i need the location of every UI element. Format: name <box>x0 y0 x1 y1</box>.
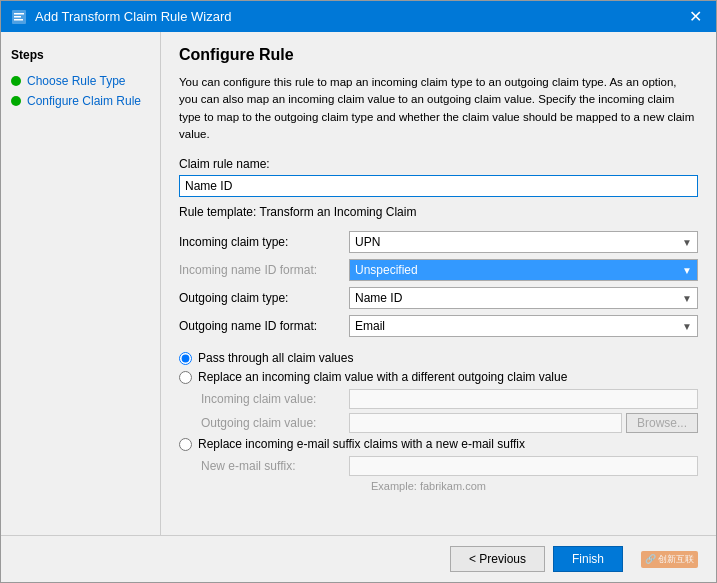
radio-replace-suffix-item: Replace incoming e-mail suffix claims wi… <box>179 437 698 451</box>
watermark-text: 创新互联 <box>658 553 694 566</box>
replace-value-fields: Incoming claim value: Outgoing claim val… <box>201 389 698 433</box>
outgoing-name-id-format-label: Outgoing name ID format: <box>179 319 349 333</box>
outgoing-claim-type-label: Outgoing claim type: <box>179 291 349 305</box>
radio-replace-value[interactable] <box>179 371 192 384</box>
outgoing-claim-type-row: Outgoing claim type: Name ID ▼ <box>179 287 698 309</box>
radio-replace-suffix-label: Replace incoming e-mail suffix claims wi… <box>198 437 525 451</box>
main-content: Configure Rule You can configure this ru… <box>161 32 716 535</box>
claim-rule-name-label: Claim rule name: <box>179 157 698 171</box>
outgoing-name-id-format-row: Outgoing name ID format: Email ▼ <box>179 315 698 337</box>
incoming-claim-type-row: Incoming claim type: UPN ▼ <box>179 231 698 253</box>
dialog-footer: < Previous Finish 🔗 创新互联 <box>1 535 716 582</box>
title-bar: Add Transform Claim Rule Wizard ✕ <box>1 1 716 32</box>
incoming-name-id-format-row: Incoming name ID format: Unspecified ▼ <box>179 259 698 281</box>
page-title: Configure Rule <box>179 46 698 64</box>
suffix-fields: New e-mail suffix: Example: fabrikam.com <box>201 456 698 492</box>
svg-rect-1 <box>14 13 24 15</box>
incoming-claim-value-label: Incoming claim value: <box>201 392 349 406</box>
incoming-name-id-format-select[interactable]: Unspecified <box>349 259 698 281</box>
claim-rule-name-group: Claim rule name: <box>179 157 698 197</box>
radio-replace-value-label: Replace an incoming claim value with a d… <box>198 370 567 384</box>
incoming-claim-type-wrapper: UPN ▼ <box>349 231 698 253</box>
incoming-claim-type-select[interactable]: UPN <box>349 231 698 253</box>
claim-rule-name-input[interactable] <box>179 175 698 197</box>
watermark-icon: 🔗 <box>645 554 656 564</box>
step-indicator-1 <box>11 76 21 86</box>
radio-replace-value-item: Replace an incoming claim value with a d… <box>179 370 698 384</box>
outgoing-claim-value-label: Outgoing claim value: <box>201 416 349 430</box>
new-email-suffix-label: New e-mail suffix: <box>201 459 349 473</box>
watermark: 🔗 创新互联 <box>641 551 698 568</box>
previous-button[interactable]: < Previous <box>450 546 545 572</box>
dialog-body: Steps Choose Rule Type Configure Claim R… <box>1 32 716 535</box>
outgoing-claim-value-input[interactable] <box>349 413 622 433</box>
outgoing-claim-value-row: Outgoing claim value: Browse... <box>201 413 698 433</box>
incoming-name-id-format-wrapper: Unspecified ▼ <box>349 259 698 281</box>
dialog-title: Add Transform Claim Rule Wizard <box>35 9 685 24</box>
sidebar-item-configure-claim-rule[interactable]: Configure Claim Rule <box>11 94 150 108</box>
radio-pass-through-item: Pass through all claim values <box>179 351 698 365</box>
svg-rect-3 <box>14 19 23 21</box>
description-text: You can configure this rule to map an in… <box>179 74 698 143</box>
sidebar-item-label-1: Choose Rule Type <box>27 74 126 88</box>
incoming-claim-value-input[interactable] <box>349 389 698 409</box>
outgoing-name-id-format-wrapper: Email ▼ <box>349 315 698 337</box>
sidebar-title: Steps <box>11 48 150 62</box>
wizard-icon <box>11 9 27 25</box>
radio-pass-through-label: Pass through all claim values <box>198 351 353 365</box>
svg-rect-2 <box>14 16 21 18</box>
finish-button[interactable]: Finish <box>553 546 623 572</box>
sidebar-item-choose-rule-type[interactable]: Choose Rule Type <box>11 74 150 88</box>
radio-pass-through[interactable] <box>179 352 192 365</box>
incoming-name-id-format-label: Incoming name ID format: <box>179 263 349 277</box>
step-indicator-2 <box>11 96 21 106</box>
radio-group: Pass through all claim values Replace an… <box>179 351 698 492</box>
rule-template-text: Rule template: Transform an Incoming Cla… <box>179 205 698 219</box>
dialog-container: Add Transform Claim Rule Wizard ✕ Steps … <box>0 0 717 583</box>
new-email-suffix-row: New e-mail suffix: <box>201 456 698 476</box>
browse-button[interactable]: Browse... <box>626 413 698 433</box>
sidebar: Steps Choose Rule Type Configure Claim R… <box>1 32 161 535</box>
sidebar-item-label-2: Configure Claim Rule <box>27 94 141 108</box>
incoming-claim-type-label: Incoming claim type: <box>179 235 349 249</box>
close-button[interactable]: ✕ <box>685 7 706 26</box>
outgoing-name-id-format-select[interactable]: Email <box>349 315 698 337</box>
outgoing-claim-type-wrapper: Name ID ▼ <box>349 287 698 309</box>
outgoing-claim-type-select[interactable]: Name ID <box>349 287 698 309</box>
watermark-box: 🔗 创新互联 <box>641 551 698 568</box>
new-email-suffix-input[interactable] <box>349 456 698 476</box>
incoming-claim-value-row: Incoming claim value: <box>201 389 698 409</box>
example-text: Example: fabrikam.com <box>371 480 698 492</box>
radio-replace-suffix[interactable] <box>179 438 192 451</box>
